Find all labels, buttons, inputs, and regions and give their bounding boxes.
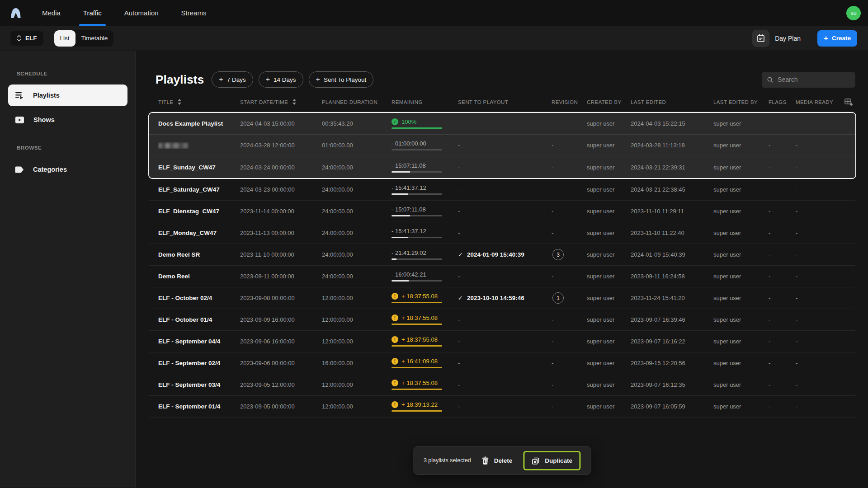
media-ready: - xyxy=(796,164,841,171)
quick-action-label: 14 Days xyxy=(274,76,296,83)
playlist-title: Demo Reel SR xyxy=(158,251,240,258)
table-row[interactable]: Docs Example Playlist 2024-04-03 15:00:0… xyxy=(149,113,855,135)
app-logo-icon[interactable] xyxy=(8,5,24,21)
remaining-progress-bar xyxy=(392,149,442,150)
playlist-title: ELF - October 02/4 xyxy=(158,295,240,301)
table-row[interactable]: 2024-03-28 12:00:00 01:00:00.00 ✓ ! - 01… xyxy=(149,135,855,156)
remaining-cell: ✓ ! + 18:37:55.08 xyxy=(392,293,442,303)
sidebar-item-shows[interactable]: Shows xyxy=(8,109,127,131)
planned-duration: 12:00:00.00 xyxy=(322,316,392,323)
view-toggle-timetable[interactable]: Timetable xyxy=(75,30,114,47)
remaining-value: + 16:41:09.08 xyxy=(401,358,438,365)
nav-item-traffic[interactable]: Traffic xyxy=(83,0,102,26)
remaining-progress-bar xyxy=(392,171,442,173)
planned-duration: 24:00:00.00 xyxy=(322,164,392,171)
table-row[interactable]: Demo Reel SR 2023-11-10 00:00:00 24:00:0… xyxy=(149,244,855,266)
remaining-value: - 15:07:11.08 xyxy=(392,162,426,169)
table-row[interactable]: ELF_Sunday_CW47 2024-03-24 00:00:00 24:0… xyxy=(149,156,855,178)
sent-to-playout-cell: ✓ - xyxy=(458,360,552,366)
search-box xyxy=(762,72,855,88)
remaining-cell: ✓ ! - 15:07:11.08 xyxy=(392,206,442,216)
sent-to-playout-cell: ✓ - xyxy=(458,208,552,215)
created-by: super user xyxy=(587,142,631,149)
tag-icon xyxy=(15,166,24,174)
planned-duration: 12:00:00.00 xyxy=(322,338,392,345)
column-header-title[interactable]: TITLE xyxy=(158,99,240,105)
trash-icon xyxy=(482,456,489,465)
day-plan-button[interactable]: Day Plan xyxy=(752,30,801,47)
delete-label: Delete xyxy=(494,457,513,464)
created-by: super user xyxy=(587,360,631,366)
channel-selector[interactable]: ELF xyxy=(10,31,43,46)
nav-item-media[interactable]: Media xyxy=(42,0,61,26)
planned-duration: 24:00:00.00 xyxy=(322,273,392,280)
table-row[interactable]: ELF - September 02/4 2023-09-06 00:00:00… xyxy=(149,352,855,374)
create-button[interactable]: + Create xyxy=(817,30,857,47)
last-edited-by: super user xyxy=(713,230,769,236)
flags: - xyxy=(769,164,796,171)
user-avatar[interactable]: su xyxy=(846,6,861,20)
planned-duration: 01:00:00.00 xyxy=(322,142,392,149)
remaining-cell: ✓ ! + 16:41:09.08 xyxy=(392,358,442,368)
sidebar-section-schedule: SCHEDULE xyxy=(17,71,136,76)
delete-button[interactable]: Delete xyxy=(482,456,513,465)
remaining-cell: ✓ ! + 18:37:55.08 xyxy=(392,336,442,347)
nav-item-automation[interactable]: Automation xyxy=(124,0,159,26)
view-toggle-list[interactable]: List xyxy=(54,30,75,47)
start-datetime: 2023-09-05 00:00:00 xyxy=(240,403,322,410)
sent-to-playout-cell: ✓ - xyxy=(458,403,552,410)
flags: - xyxy=(769,251,796,258)
search-input[interactable] xyxy=(778,76,850,83)
start-datetime: 2023-11-13 00:00:00 xyxy=(240,230,322,236)
start-datetime: 2023-09-11 00:00:00 xyxy=(240,273,322,280)
warning-icon: ! xyxy=(392,336,398,343)
revision-cell: - xyxy=(552,142,587,149)
remaining-value: - 15:41:37.12 xyxy=(392,184,426,191)
remaining-progress-bar xyxy=(392,367,442,368)
quick-action-label: 7 Days xyxy=(227,76,246,83)
table-row[interactable]: ELF_Monday_CW47 2023-11-13 00:00:00 24:0… xyxy=(149,222,855,244)
flags: - xyxy=(769,273,796,280)
table-row[interactable]: Demo Reel 2023-09-11 00:00:00 24:00:00.0… xyxy=(149,266,855,287)
table-row[interactable]: ELF - October 01/4 2023-09-09 16:00:00 1… xyxy=(149,309,855,331)
quick-action-7-days[interactable]: +7 Days xyxy=(212,71,253,88)
table-row[interactable]: ELF - October 02/4 2023-09-08 00:00:00 1… xyxy=(149,287,855,309)
table-row[interactable]: ELF - September 03/4 2023-09-05 12:00:00… xyxy=(149,374,855,396)
remaining-value: + 18:37:55.08 xyxy=(401,293,438,300)
duplicate-button[interactable]: Duplicate xyxy=(531,456,572,465)
column-settings-icon[interactable] xyxy=(841,98,853,106)
created-by: super user xyxy=(587,338,631,345)
selected-rows-group: Docs Example Playlist 2024-04-03 15:00:0… xyxy=(148,112,856,179)
nav-item-streams[interactable]: Streams xyxy=(181,0,207,26)
flags: - xyxy=(769,381,796,388)
sidebar-item-label: Playlists xyxy=(33,92,60,99)
quick-action-14-days[interactable]: +14 Days xyxy=(259,71,303,88)
remaining-cell: ✓ ! - 16:00:42.21 xyxy=(392,271,442,282)
table-row[interactable]: ELF_Saturday_CW47 2024-03-23 00:00:00 24… xyxy=(149,179,855,201)
shows-icon xyxy=(15,116,24,124)
sidebar-item-playlists[interactable]: Playlists xyxy=(8,84,127,106)
flags: - xyxy=(769,338,796,345)
created-by: super user xyxy=(587,403,631,410)
revision-cell: - xyxy=(552,186,587,193)
table-row[interactable]: ELF - September 04/4 2023-09-06 16:00:00… xyxy=(149,331,855,352)
table-row[interactable]: ELF_Dienstag_CW47 2023-11-14 00:00:00 24… xyxy=(149,201,855,222)
sidebar-item-categories[interactable]: Categories xyxy=(8,159,127,180)
sent-to-playout-value: - xyxy=(458,186,460,193)
check-circle-icon: ✓ xyxy=(392,118,398,125)
duplicate-highlight-outline: Duplicate xyxy=(523,451,580,470)
last-edited: 2023-09-11 16:24:58 xyxy=(631,273,713,280)
sidebar-section-browse: BROWSE xyxy=(17,145,136,150)
quick-action-sent-to-playout[interactable]: +Sent To Playout xyxy=(309,71,374,88)
table-row[interactable]: ELF - September 01/4 2023-09-05 00:00:00… xyxy=(149,396,855,418)
sent-to-playout-cell: ✓ - xyxy=(458,120,552,127)
sent-to-playout-cell: ✓ - xyxy=(458,381,552,388)
sent-to-playout-cell: ✓ - xyxy=(458,316,552,323)
view-toggle: List Timetable xyxy=(54,30,114,47)
created-by: super user xyxy=(587,295,631,301)
column-header-start[interactable]: START DATE/TIME xyxy=(240,99,322,105)
revision-cell: - xyxy=(552,403,587,410)
last-edited-by: super user xyxy=(713,273,769,280)
remaining-value: + 18:37:55.08 xyxy=(401,380,438,386)
remaining-value: - 15:41:37.12 xyxy=(392,228,426,235)
